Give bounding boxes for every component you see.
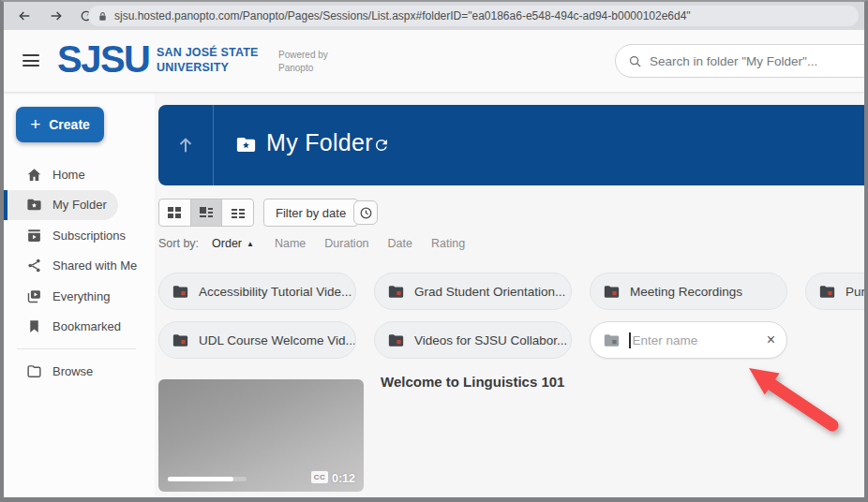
- url-text: sjsu.hosted.panopto.com/Panopto/Pages/Se…: [114, 9, 691, 22]
- folder-tile[interactable]: Purp: [805, 273, 868, 310]
- parent-folder-button[interactable]: [158, 105, 214, 185]
- sidebar-item-label: Subscriptions: [52, 229, 126, 243]
- video-duration: 0:12: [332, 472, 355, 485]
- scheduled-recordings-button[interactable]: [353, 200, 378, 225]
- sort-option-rating[interactable]: Rating: [431, 237, 465, 250]
- create-button[interactable]: + Create: [16, 107, 104, 142]
- up-arrow-icon: [175, 135, 196, 155]
- folder-tile[interactable]: Accessibility Tutorial Vide...: [158, 273, 356, 310]
- browser-forward-icon[interactable]: [45, 5, 67, 27]
- filter-by-date-button[interactable]: Filter by date: [263, 199, 358, 227]
- sort-bar: Sort by: Order▲ Name Duration Date Ratin…: [158, 237, 484, 250]
- refresh-icon[interactable]: [373, 137, 390, 154]
- sidebar-item-label: Everything: [52, 289, 110, 303]
- hamburger-menu-icon[interactable]: [22, 54, 39, 70]
- sidebar-item-label: My Folder: [52, 198, 107, 212]
- video-title[interactable]: Welcome to Linguistics 101: [381, 374, 564, 390]
- sidebar-nav: Home My Folder Subscriptions Shared with…: [4, 159, 155, 387]
- home-icon: [26, 167, 42, 183]
- main-content: My Folder Filter by date Sort by: Order▲…: [155, 94, 864, 497]
- video-progress-bar: [168, 477, 247, 481]
- folder-icon: [819, 285, 835, 298]
- share-icon: [26, 258, 42, 273]
- browser-back-icon[interactable]: [13, 5, 36, 27]
- list-view-button[interactable]: [191, 199, 223, 226]
- sort-by-label: Sort by:: [158, 237, 199, 250]
- folder-tile-label: UDL Course Welcome Vid...: [199, 333, 356, 347]
- new-folder-name-input[interactable]: [631, 333, 763, 347]
- sidebar-item-label: Browse: [52, 364, 93, 378]
- page-title: My Folder: [266, 129, 373, 156]
- university-wordmark: SAN JOSÉ STATE UNIVERSITY: [157, 45, 259, 76]
- view-toggle-group: [158, 199, 254, 227]
- university-line1: SAN JOSÉ STATE: [157, 45, 259, 60]
- create-button-label: Create: [49, 117, 90, 132]
- address-bar[interactable]: sjsu.hosted.panopto.com/Panopto/Pages/Se…: [88, 6, 859, 26]
- sort-option-date[interactable]: Date: [388, 237, 412, 250]
- sidebar-item-home[interactable]: Home: [4, 159, 155, 190]
- sidebar-item-my-folder[interactable]: My Folder: [4, 190, 118, 221]
- clock-icon: [359, 206, 373, 220]
- sidebar-item-label: Home: [52, 168, 85, 182]
- close-icon[interactable]: ×: [767, 332, 775, 347]
- sjsu-logo: SJSU: [57, 38, 150, 81]
- sidebar-divider: [17, 348, 136, 349]
- sort-option-name[interactable]: Name: [275, 237, 306, 250]
- sort-option-order[interactable]: Order▲: [212, 237, 254, 250]
- folder-tile[interactable]: Videos for SJSU Collabor...: [374, 321, 572, 359]
- folder-icon: [388, 285, 404, 298]
- grid-view-icon: [167, 205, 182, 220]
- university-line2: UNIVERSITY: [157, 60, 259, 75]
- folder-star-icon: [236, 136, 256, 153]
- sort-option-duration[interactable]: Duration: [324, 237, 368, 250]
- folder-banner: My Folder: [158, 105, 864, 185]
- folder-search: [615, 44, 868, 78]
- plus-icon: +: [30, 115, 40, 133]
- folder-tile-label: Meeting Recordings: [630, 285, 742, 299]
- subscriptions-icon: [26, 228, 42, 244]
- sidebar-item-label: Bookmarked: [52, 319, 121, 333]
- everything-icon: [26, 288, 42, 304]
- powered-by-panopto: Powered by Panopto: [278, 49, 328, 75]
- new-folder-tile: ×: [590, 321, 787, 359]
- sidebar-item-shared-with-me[interactable]: Shared with Me: [4, 251, 155, 282]
- folder-tile[interactable]: Grad Student Orientation...: [374, 273, 572, 310]
- grid-view-button[interactable]: [159, 199, 191, 226]
- folder-tile[interactable]: UDL Course Welcome Vid...: [158, 321, 356, 359]
- sidebar-item-browse[interactable]: Browse: [4, 356, 155, 387]
- bookmark-icon: [26, 318, 42, 334]
- folder-icon: [172, 333, 188, 347]
- folder-icon: [604, 333, 620, 347]
- folder-tile-label: Accessibility Tutorial Vide...: [199, 285, 352, 299]
- sidebar: + Create Home My Folder Subscriptions Sh…: [4, 94, 155, 497]
- sort-asc-icon: ▲: [247, 240, 254, 248]
- cc-badge: CC: [311, 471, 328, 483]
- sidebar-item-everything[interactable]: Everything: [4, 281, 155, 312]
- powered-by-line1: Powered by: [278, 49, 328, 62]
- sidebar-item-subscriptions[interactable]: Subscriptions: [4, 220, 155, 251]
- search-icon: [628, 54, 642, 68]
- folder-tile-label: Purp: [846, 285, 868, 299]
- folder-icon: [388, 333, 404, 347]
- folder-tile[interactable]: Meeting Recordings: [590, 273, 787, 310]
- folder-icon: [604, 285, 620, 298]
- screenshot-root: sjsu.hosted.panopto.com/Panopto/Pages/Se…: [0, 0, 868, 502]
- browser-toolbar: sjsu.hosted.panopto.com/Panopto/Pages/Se…: [4, 2, 864, 30]
- detail-view-icon: [231, 205, 246, 220]
- sort-option-label: Order: [212, 237, 242, 250]
- folder-icon: [172, 285, 188, 298]
- folder-outline-icon: [26, 363, 42, 379]
- folder-tile-label: Videos for SJSU Collabor...: [414, 333, 567, 347]
- app-header: SJSU SAN JOSÉ STATE UNIVERSITY Powered b…: [4, 30, 864, 93]
- sidebar-item-label: Shared with Me: [52, 258, 137, 273]
- video-thumbnail[interactable]: CC 0:12: [158, 379, 364, 492]
- folder-tile-label: Grad Student Orientation...: [414, 285, 565, 299]
- list-view-icon: [199, 205, 214, 220]
- search-input[interactable]: [650, 54, 868, 68]
- powered-by-line2: Panopto: [278, 62, 328, 75]
- annotation-arrow: [736, 359, 858, 443]
- detail-view-button[interactable]: [222, 199, 253, 226]
- sidebar-item-bookmarked[interactable]: Bookmarked: [4, 312, 155, 343]
- folder-star-icon: [26, 197, 42, 213]
- lock-icon: [97, 11, 108, 22]
